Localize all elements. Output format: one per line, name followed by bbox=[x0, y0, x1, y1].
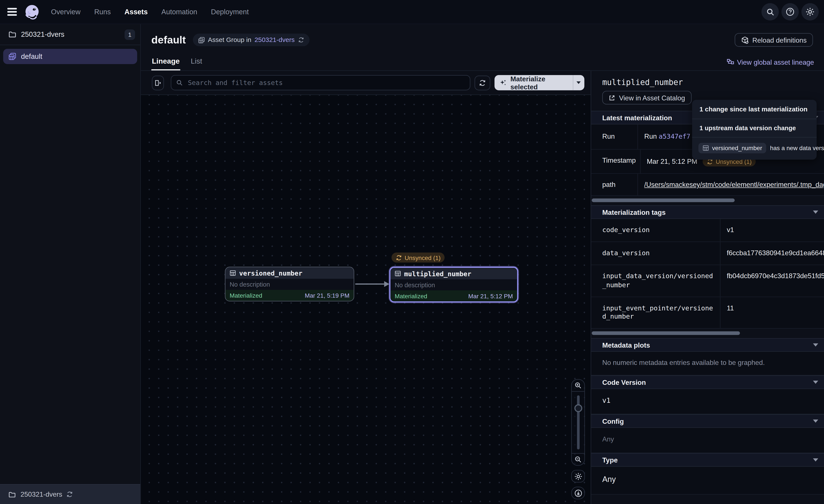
tooltip-title: 1 change since last materialization bbox=[692, 100, 817, 119]
run-id-link[interactable]: a5347ef7 bbox=[659, 132, 691, 140]
reload-definitions-button[interactable]: Reload definitions bbox=[734, 33, 813, 47]
asset-group-icon bbox=[198, 36, 205, 43]
section-code-version[interactable]: Code Version bbox=[591, 376, 824, 389]
section-type[interactable]: Type bbox=[591, 453, 824, 467]
zoom-slider-handle[interactable] bbox=[574, 404, 582, 412]
asset-group-icon bbox=[8, 52, 16, 60]
horizontal-scrollbar[interactable] bbox=[592, 199, 735, 202]
main-area: default Asset Group in 250321-dvers bbox=[141, 24, 824, 504]
view-tabs: Lineage List View global asset lineage bbox=[141, 50, 824, 70]
sidebar-repo-row[interactable]: 250321-dvers 1 bbox=[0, 24, 140, 45]
table-icon bbox=[703, 145, 709, 151]
primary-nav: Overview Runs Assets Automation Deployme… bbox=[51, 8, 249, 16]
external-link-icon bbox=[609, 94, 616, 101]
unsynced-icon bbox=[396, 254, 402, 261]
asset-detail-panel: multiplied_number View in Asset Catalog … bbox=[591, 71, 824, 504]
lineage-canvas[interactable]: Unsynced (1) versioned_number No descrip… bbox=[141, 95, 591, 504]
sidebar-footer[interactable]: 250321-dvers bbox=[0, 484, 140, 504]
download-image-icon[interactable] bbox=[571, 487, 585, 499]
nav-deployment[interactable]: Deployment bbox=[211, 8, 249, 16]
materialize-selected-split-button: Materialize selected bbox=[495, 75, 584, 90]
sync-icon bbox=[66, 491, 73, 498]
menu-icon[interactable] bbox=[7, 8, 17, 16]
materialize-options-dropdown[interactable] bbox=[573, 75, 584, 90]
code-version-value: v1 bbox=[591, 389, 824, 414]
node-status: Materialized bbox=[395, 293, 427, 299]
tooltip-suffix: has a new data version bbox=[770, 145, 824, 151]
node-timestamp: Mar 21, 5:19 PM bbox=[305, 292, 349, 298]
settings-gear-icon[interactable] bbox=[802, 3, 819, 20]
nav-assets[interactable]: Assets bbox=[124, 8, 148, 16]
lineage-graph-icon bbox=[727, 58, 734, 66]
tag-row: code_version v1 bbox=[591, 219, 824, 242]
table-icon bbox=[230, 270, 236, 276]
nav-automation[interactable]: Automation bbox=[161, 8, 197, 16]
view-in-asset-catalog-button[interactable]: View in Asset Catalog bbox=[602, 91, 691, 105]
zoom-slider[interactable] bbox=[572, 391, 584, 454]
expand-panel-icon[interactable] bbox=[152, 75, 164, 90]
repo-label: 250321-dvers bbox=[21, 30, 64, 38]
tab-lineage[interactable]: Lineage bbox=[151, 57, 180, 70]
node-timestamp: Mar 21, 5:12 PM bbox=[468, 293, 513, 299]
table-icon bbox=[395, 270, 401, 277]
chevron-down-icon bbox=[813, 211, 818, 214]
node-status: Materialized bbox=[230, 292, 262, 298]
folder-icon bbox=[8, 30, 16, 38]
section-metadata-plots[interactable]: Metadata plots bbox=[591, 338, 824, 352]
view-global-asset-lineage-link[interactable]: View global asset lineage bbox=[727, 58, 814, 70]
horizontal-scrollbar[interactable] bbox=[592, 332, 740, 335]
tag-row: input_event_pointer/versioned_number 11 bbox=[591, 297, 824, 329]
reload-cube-icon bbox=[741, 36, 749, 44]
page-header: default Asset Group in 250321-dvers bbox=[141, 24, 824, 71]
nav-runs[interactable]: Runs bbox=[94, 8, 111, 16]
section-materialization-tags[interactable]: Materialization tags bbox=[591, 205, 824, 219]
sidebar-item-default-group[interactable]: default bbox=[3, 49, 137, 64]
help-icon[interactable] bbox=[781, 3, 799, 20]
badge-repo-link[interactable]: 250321-dvers bbox=[254, 36, 295, 43]
materialization-path-link[interactable]: /Users/smackesey/stm/code/elementl/exper… bbox=[644, 180, 824, 188]
nav-actions bbox=[761, 3, 819, 20]
asset-search-box bbox=[171, 75, 471, 90]
asset-group-badge[interactable]: Asset Group in 250321-dvers bbox=[193, 33, 309, 46]
metadata-plots-empty-text: No numeric metadata entries available to… bbox=[591, 352, 824, 376]
node-unsynced-badge[interactable]: Unsynced (1) bbox=[391, 253, 445, 263]
folder-icon bbox=[8, 491, 16, 498]
zoom-in-icon[interactable] bbox=[572, 380, 584, 391]
type-value: Any bbox=[591, 467, 824, 495]
search-icon bbox=[176, 80, 183, 86]
asset-node-multiplied-number[interactable]: multiplied_number No description Materia… bbox=[390, 267, 518, 302]
asset-pill[interactable]: versioned_number bbox=[699, 143, 766, 153]
zoom-out-icon[interactable] bbox=[572, 454, 584, 465]
app-root: Overview Runs Assets Automation Deployme… bbox=[0, 0, 824, 504]
node-description: No description bbox=[390, 279, 517, 290]
badge-prefix: Asset Group in bbox=[208, 36, 251, 43]
tag-row: input_data_version/versioned_number fb04… bbox=[591, 265, 824, 297]
group-label: default bbox=[21, 52, 42, 60]
lineage-edge-arrow bbox=[355, 280, 390, 288]
sparkles-icon bbox=[500, 79, 507, 87]
tag-row: data_version f6ccba1776380941e9cd1ea6648… bbox=[591, 242, 824, 265]
section-config[interactable]: Config bbox=[591, 414, 824, 428]
chevron-down-icon bbox=[813, 381, 818, 384]
changes-tooltip: 1 change since last materialization 1 up… bbox=[692, 100, 817, 160]
tab-list[interactable]: List bbox=[190, 57, 203, 70]
lineage-graph-section: Materialize selected bbox=[141, 71, 591, 504]
materialize-selected-button[interactable]: Materialize selected bbox=[495, 75, 573, 90]
chevron-down-icon bbox=[813, 420, 818, 423]
sync-icon bbox=[298, 37, 304, 43]
graph-toolbar: Materialize selected bbox=[141, 71, 591, 95]
chevron-down-icon bbox=[813, 459, 818, 462]
asset-node-versioned-number[interactable]: versioned_number No description Material… bbox=[225, 267, 354, 301]
refresh-graph-icon[interactable] bbox=[475, 75, 490, 90]
dagster-logo-icon[interactable] bbox=[24, 3, 40, 20]
zoom-controls bbox=[571, 379, 585, 466]
node-description: No description bbox=[225, 279, 353, 290]
chevron-down-icon bbox=[577, 81, 581, 84]
page-title: default bbox=[151, 34, 186, 46]
nav-overview[interactable]: Overview bbox=[51, 8, 81, 16]
search-input[interactable] bbox=[187, 78, 465, 87]
graph-settings-gear-icon[interactable] bbox=[571, 470, 585, 482]
selected-asset-title: multiplied_number bbox=[591, 71, 824, 87]
top-nav: Overview Runs Assets Automation Deployme… bbox=[0, 0, 824, 24]
search-icon[interactable] bbox=[761, 3, 779, 20]
